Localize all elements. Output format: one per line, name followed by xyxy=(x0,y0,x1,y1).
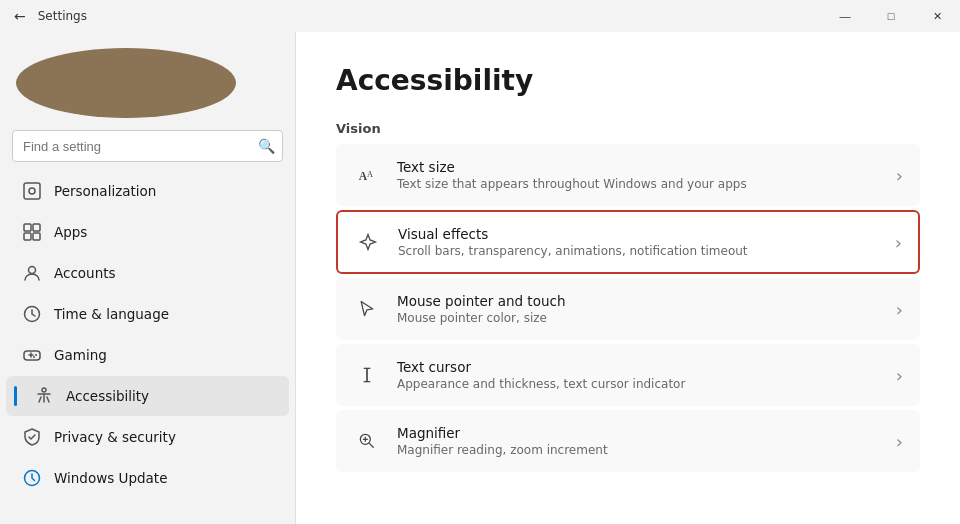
text-cursor-icon xyxy=(353,361,381,389)
magnifier-text: MagnifierMagnifier reading, zoom increme… xyxy=(397,425,880,457)
svg-point-9 xyxy=(35,354,37,356)
window-title: Settings xyxy=(38,9,87,23)
app-body: 🔍 PersonalizationAppsAccountsTime & lang… xyxy=(0,32,960,524)
svg-rect-4 xyxy=(24,233,31,240)
sidebar: 🔍 PersonalizationAppsAccountsTime & lang… xyxy=(0,32,295,524)
title-bar-controls: — □ ✕ xyxy=(822,0,960,32)
mouse-pointer-desc: Mouse pointer color, size xyxy=(397,311,880,325)
svg-rect-0 xyxy=(24,183,40,199)
text-size-text: Text sizeText size that appears througho… xyxy=(397,159,880,191)
personalization-icon xyxy=(22,181,42,201)
settings-row-mouse-pointer[interactable]: Mouse pointer and touchMouse pointer col… xyxy=(336,278,920,340)
visual-effects-chevron-icon: › xyxy=(895,232,902,253)
search-input[interactable] xyxy=(12,130,283,162)
settings-row-text-cursor[interactable]: Text cursorAppearance and thickness, tex… xyxy=(336,344,920,406)
sidebar-item-label-privacy-security: Privacy & security xyxy=(54,429,176,445)
settings-row-magnifier[interactable]: MagnifierMagnifier reading, zoom increme… xyxy=(336,410,920,472)
settings-row-text-size[interactable]: AAText sizeText size that appears throug… xyxy=(336,144,920,206)
visual-effects-icon xyxy=(354,228,382,256)
accessibility-icon xyxy=(34,386,54,406)
sidebar-item-accessibility[interactable]: Accessibility xyxy=(6,376,289,416)
mouse-pointer-icon xyxy=(353,295,381,323)
svg-point-1 xyxy=(29,188,35,194)
mouse-pointer-title: Mouse pointer and touch xyxy=(397,293,880,309)
avatar xyxy=(16,48,236,118)
text-cursor-desc: Appearance and thickness, text cursor in… xyxy=(397,377,880,391)
sidebar-item-label-accounts: Accounts xyxy=(54,265,116,281)
svg-point-11 xyxy=(42,388,46,392)
text-size-icon: AA xyxy=(353,161,381,189)
sidebar-item-apps[interactable]: Apps xyxy=(6,212,289,252)
svg-rect-5 xyxy=(33,233,40,240)
text-size-title: Text size xyxy=(397,159,880,175)
windows-update-icon xyxy=(22,468,42,488)
sidebar-item-time-language[interactable]: Time & language xyxy=(6,294,289,334)
text-cursor-text: Text cursorAppearance and thickness, tex… xyxy=(397,359,880,391)
sidebar-item-privacy-security[interactable]: Privacy & security xyxy=(6,417,289,457)
sidebar-item-accounts[interactable]: Accounts xyxy=(6,253,289,293)
text-size-chevron-icon: › xyxy=(896,165,903,186)
time-language-icon xyxy=(22,304,42,324)
svg-text:A: A xyxy=(367,170,373,179)
magnifier-title: Magnifier xyxy=(397,425,880,441)
sidebar-item-label-windows-update: Windows Update xyxy=(54,470,167,486)
apps-icon xyxy=(22,222,42,242)
content-area: Accessibility Vision AAText sizeText siz… xyxy=(295,32,960,524)
svg-rect-3 xyxy=(33,224,40,231)
page-title: Accessibility xyxy=(336,64,920,97)
accounts-icon xyxy=(22,263,42,283)
magnifier-chevron-icon: › xyxy=(896,431,903,452)
sidebar-item-label-personalization: Personalization xyxy=(54,183,156,199)
svg-point-10 xyxy=(33,356,35,358)
title-bar: ← Settings — □ ✕ xyxy=(0,0,960,32)
sidebar-item-label-apps: Apps xyxy=(54,224,87,240)
svg-point-6 xyxy=(29,267,36,274)
close-button[interactable]: ✕ xyxy=(914,0,960,32)
sidebar-item-label-gaming: Gaming xyxy=(54,347,107,363)
sidebar-item-gaming[interactable]: Gaming xyxy=(6,335,289,375)
magnifier-icon xyxy=(353,427,381,455)
visual-effects-desc: Scroll bars, transparency, animations, n… xyxy=(398,244,879,258)
text-cursor-title: Text cursor xyxy=(397,359,880,375)
sidebar-nav: PersonalizationAppsAccountsTime & langua… xyxy=(0,170,295,499)
search-box: 🔍 xyxy=(12,130,283,162)
title-bar-left: ← Settings xyxy=(10,8,87,24)
gaming-icon xyxy=(22,345,42,365)
visual-effects-text: Visual effectsScroll bars, transparency,… xyxy=(398,226,879,258)
privacy-security-icon xyxy=(22,427,42,447)
visual-effects-title: Visual effects xyxy=(398,226,879,242)
text-cursor-chevron-icon: › xyxy=(896,365,903,386)
magnifier-desc: Magnifier reading, zoom increment xyxy=(397,443,880,457)
minimize-button[interactable]: — xyxy=(822,0,868,32)
section-label: Vision xyxy=(336,121,920,136)
text-size-desc: Text size that appears throughout Window… xyxy=(397,177,880,191)
mouse-pointer-chevron-icon: › xyxy=(896,299,903,320)
sidebar-item-label-accessibility: Accessibility xyxy=(66,388,149,404)
maximize-button[interactable]: □ xyxy=(868,0,914,32)
sidebar-item-personalization[interactable]: Personalization xyxy=(6,171,289,211)
sidebar-item-label-time-language: Time & language xyxy=(54,306,169,322)
user-avatar-area xyxy=(0,32,295,130)
mouse-pointer-text: Mouse pointer and touchMouse pointer col… xyxy=(397,293,880,325)
settings-list: AAText sizeText size that appears throug… xyxy=(336,144,920,472)
settings-row-visual-effects[interactable]: Visual effectsScroll bars, transparency,… xyxy=(336,210,920,274)
svg-rect-2 xyxy=(24,224,31,231)
sidebar-item-windows-update[interactable]: Windows Update xyxy=(6,458,289,498)
search-icon: 🔍 xyxy=(258,138,275,154)
back-icon[interactable]: ← xyxy=(10,8,30,24)
